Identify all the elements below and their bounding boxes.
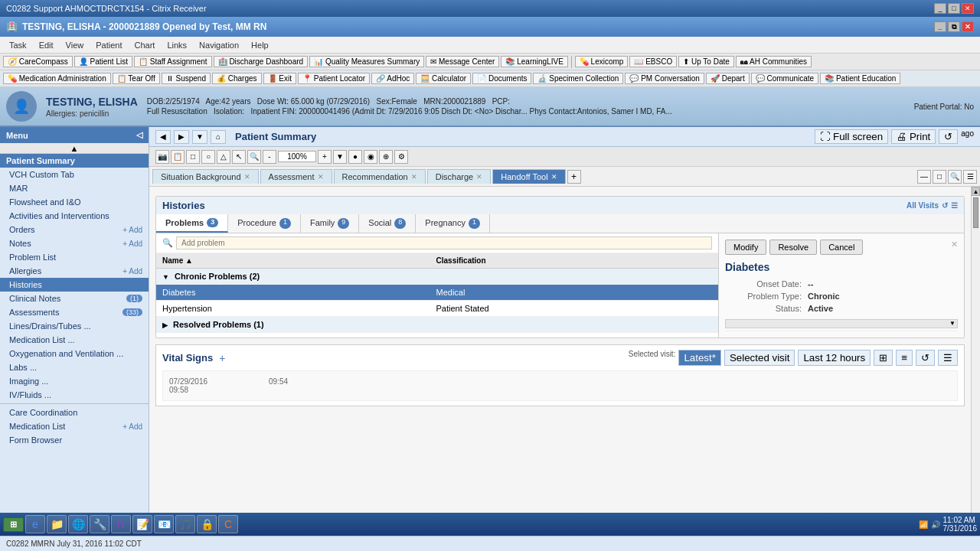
camera-icon[interactable]: 📷 — [155, 150, 169, 164]
chronic-problems-group[interactable]: ▼ Chronic Problems (2) — [156, 269, 718, 285]
calculator-btn[interactable]: 🧮 Calculator — [416, 73, 471, 84]
sidebar-item-allergies[interactable]: Allergies + Add — [0, 264, 149, 278]
shape1-icon[interactable]: ● — [348, 150, 362, 164]
exit-btn[interactable]: 🚪 Exit — [263, 73, 296, 84]
sidebar-item-linesdrains[interactable]: Lines/Drains/Tubes ... — [0, 319, 149, 333]
staffassignment-btn[interactable]: 📋 Staff Assignment — [134, 56, 212, 67]
resolved-problems-group[interactable]: ▶ Resolved Problems (1) — [156, 317, 718, 333]
sidebar-item-mar[interactable]: MAR — [0, 181, 149, 195]
ahcommunities-btn[interactable]: 🏘 AH Communities — [736, 56, 812, 67]
polygon-icon[interactable]: △ — [217, 150, 230, 164]
fullscreen-button[interactable]: ⛶ Full screen — [815, 129, 888, 144]
detail-scrollbar[interactable]: ▼ — [725, 319, 958, 328]
sidebar-item-flowsheet[interactable]: Flowsheet and I&O — [0, 195, 149, 209]
sidebar-item-oxygenation[interactable]: Oxygenation and Ventilation ... — [0, 347, 149, 360]
nav-back-button[interactable]: ◀ — [155, 130, 171, 144]
tab-handoff-close[interactable]: ✕ — [551, 173, 557, 181]
sidebar-item-patient-summary[interactable]: Patient Summary — [0, 154, 149, 168]
menu-task[interactable]: Task — [3, 39, 33, 51]
suspend-btn[interactable]: ⏸ Suspend — [162, 73, 211, 84]
adhoc-btn[interactable]: 🔗 AdHoc — [371, 73, 414, 84]
circle-icon[interactable]: ○ — [201, 150, 215, 164]
all-visits-label[interactable]: All Visits — [906, 201, 939, 210]
maximize-button[interactable]: □ — [948, 3, 960, 14]
sidebar-item-labs[interactable]: Labs ... — [0, 360, 149, 374]
tab-discharge-close[interactable]: ✕ — [476, 173, 482, 181]
taskbar-chrome-icon[interactable]: 🌐 — [68, 515, 88, 533]
detail-close-icon[interactable]: ✕ — [951, 240, 958, 255]
messagecenter-btn[interactable]: ✉ Message Center — [426, 56, 499, 67]
pmconversation-btn[interactable]: 💬 PM Conversation — [625, 73, 704, 84]
modify-button[interactable]: Modify — [725, 240, 766, 255]
sidebar-item-ivfluids[interactable]: IV/Fluids ... — [0, 388, 149, 402]
vitals-settings-btn[interactable]: ☰ — [938, 350, 958, 366]
refresh-histories-icon[interactable]: ↺ — [942, 201, 948, 210]
latest-btn[interactable]: Latest* — [678, 350, 721, 366]
tab-situation-background[interactable]: Situation Background ✕ — [152, 169, 259, 184]
sidebar-item-histories[interactable]: Histories — [0, 278, 149, 292]
scroll-thumb[interactable] — [973, 197, 978, 228]
patientlist-btn[interactable]: 👤 Patient List — [74, 56, 132, 67]
print-button[interactable]: 🖨 Print — [891, 129, 936, 144]
tab-recommendation[interactable]: Recommendation ✕ — [334, 169, 426, 184]
app-restore-button[interactable]: ⧉ — [948, 21, 960, 32]
cancel-button[interactable]: Cancel — [820, 240, 863, 255]
start-button[interactable]: ⊞ — [3, 517, 24, 532]
shape2-icon[interactable]: ◉ — [364, 150, 377, 164]
histories-menu-icon[interactable]: ☰ — [951, 201, 958, 210]
patienteducation-btn[interactable]: 📚 Patient Education — [820, 73, 900, 84]
nav-forward-button[interactable]: ▶ — [174, 130, 189, 144]
app-minimize-button[interactable]: _ — [934, 21, 946, 32]
medadmin-btn[interactable]: 💊 Medication Administration — [3, 73, 111, 84]
tab-situation-close[interactable]: ✕ — [244, 173, 250, 181]
sidebar-item-notes[interactable]: Notes + Add — [0, 236, 149, 250]
menu-help[interactable]: Help — [245, 39, 275, 51]
dischargedashboard-btn[interactable]: 🏥 Discharge Dashboard — [214, 56, 309, 67]
resolve-button[interactable]: Resolve — [769, 240, 817, 255]
menu-navigation[interactable]: Navigation — [193, 39, 245, 51]
sidebar-item-clinicalnotes[interactable]: Clinical Notes (1) — [0, 292, 149, 305]
shape3-icon[interactable]: ⊕ — [379, 150, 393, 164]
panel-search-icon[interactable]: 🔍 — [948, 170, 962, 184]
sidebar-orders-add[interactable]: + Add — [122, 226, 142, 234]
rect-icon[interactable]: □ — [186, 150, 200, 164]
zoom-decrease-button[interactable]: - — [263, 150, 276, 164]
panel-menu-icon[interactable]: ☰ — [963, 170, 977, 184]
hist-tab-procedure[interactable]: Procedure 1 — [228, 214, 301, 233]
hypertension-row[interactable]: Hypertension Patient Stated — [156, 301, 718, 317]
hist-tab-social[interactable]: Social 8 — [359, 214, 416, 233]
settings-icon[interactable]: ⚙ — [394, 150, 408, 164]
learninglive-btn[interactable]: 📚 LearningLIVE — [501, 56, 567, 67]
specimencollection-btn[interactable]: 🔬 Specimen Collection — [533, 73, 623, 84]
vitals-grid-btn[interactable]: ⊞ — [874, 350, 893, 366]
diabetes-row[interactable]: Diabetes Medical — [156, 285, 718, 301]
panel-maximize-icon[interactable]: □ — [933, 170, 946, 184]
panel-minimize-icon[interactable]: — — [917, 170, 931, 184]
vitals-add-button[interactable]: + — [219, 352, 225, 364]
sidebar-item-assessments[interactable]: Assessments (33) — [0, 305, 149, 319]
communicate-btn[interactable]: 💬 Communicate — [751, 73, 818, 84]
col-classification-header[interactable]: Classification — [430, 253, 718, 269]
sidebar-item-vch-custom[interactable]: VCH Custom Tab — [0, 168, 149, 181]
zoom-in-icon[interactable]: 🔍 — [247, 150, 261, 164]
app-close-button[interactable]: ✕ — [962, 21, 974, 32]
sidebar-item-formbrowser[interactable]: Form Browser — [0, 433, 149, 447]
sidebar-item-problemlist[interactable]: Problem List — [0, 250, 149, 264]
sidebar-medlist2-add[interactable]: + Add — [122, 422, 142, 431]
depart-btn[interactable]: 🚀 Depart — [706, 73, 750, 84]
cursor-icon[interactable]: ↖ — [232, 150, 246, 164]
sidebar-item-activities[interactable]: Activities and Interventions — [0, 209, 149, 223]
copy-icon[interactable]: 📋 — [171, 150, 185, 164]
sidebar-item-medicationlist[interactable]: Medication List ... — [0, 333, 149, 347]
zoom-dropdown-button[interactable]: ▼ — [333, 150, 347, 164]
last12hours-btn[interactable]: Last 12 hours — [798, 350, 871, 366]
taskbar-onenote-icon[interactable]: N — [111, 515, 131, 533]
sidebar-notes-add[interactable]: + Add — [122, 240, 142, 248]
tab-assessment-close[interactable]: ✕ — [318, 173, 324, 181]
menu-chart[interactable]: Chart — [129, 39, 162, 51]
sidebar-item-carecoordination[interactable]: Care Coordination — [0, 406, 149, 419]
col-name-header[interactable]: Name ▲ — [156, 253, 430, 269]
tab-handoff-tool[interactable]: Handoff Tool ✕ — [492, 169, 565, 184]
tearoff-btn[interactable]: 📋 Tear Off — [113, 73, 160, 84]
hist-tab-pregnancy[interactable]: Pregnancy 1 — [416, 214, 490, 233]
